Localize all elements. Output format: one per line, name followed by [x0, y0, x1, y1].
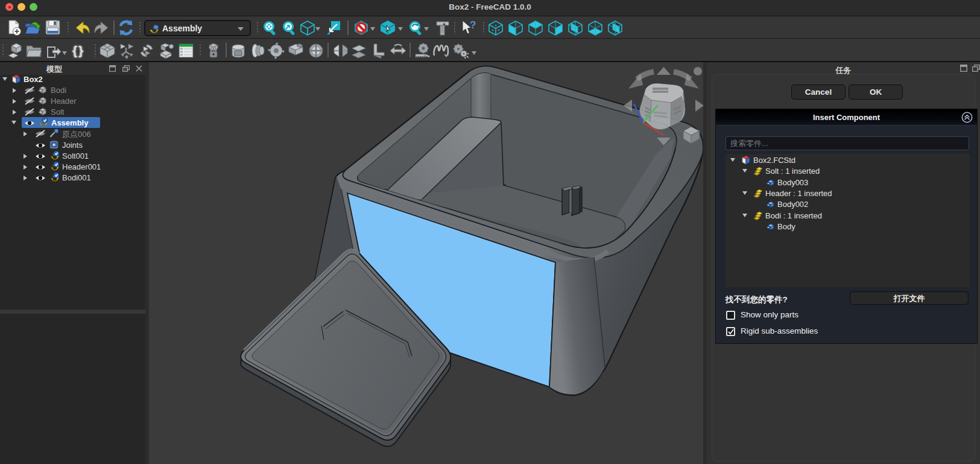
svg-text:?: ?	[470, 19, 476, 31]
